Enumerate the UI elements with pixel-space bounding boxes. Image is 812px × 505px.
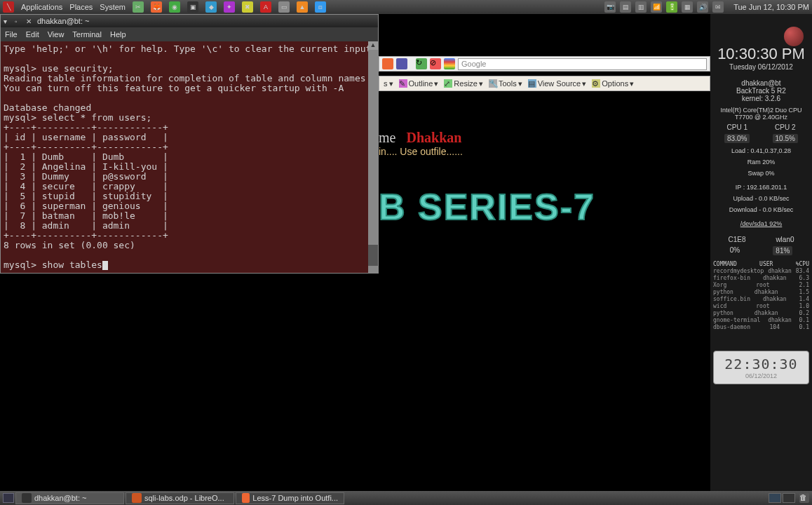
menu-applications[interactable]: Applications — [21, 3, 62, 11]
conky-cpu-model: Intel(R) Core(TM)2 Duo CPU T7700 @ 2.40G… — [713, 107, 809, 121]
window-close-icon[interactable]: ✕ — [26, 18, 33, 25]
app-icon-5[interactable]: ▭ — [278, 1, 290, 13]
reload-icon[interactable]: ↻ — [416, 58, 427, 69]
taskbar-terminal-label: dhakkan@bt: ~ — [34, 494, 86, 502]
workspace-switcher[interactable] — [769, 493, 795, 503]
addon-icon-1[interactable] — [382, 58, 393, 69]
term-menu-view[interactable]: View — [48, 30, 65, 39]
app-icon-2[interactable]: ◆ — [205, 1, 217, 13]
volume-icon[interactable]: 🔊 — [697, 1, 708, 13]
panel-clock[interactable]: Tue Jun 12, 10:30 PM — [733, 3, 809, 11]
conky-kernel: kernel: 3.2.6 — [713, 95, 809, 102]
window-menu-icon[interactable]: ▾ — [4, 18, 11, 25]
tray-icon-c[interactable]: ▦ — [682, 1, 693, 13]
process-row: pythondhakkan0.2 — [713, 310, 809, 317]
conky-ram: Ram 20% — [713, 159, 809, 166]
clock-date: 06/12/2012 — [718, 372, 804, 379]
conky-disk: /dev/sda1 92% — [713, 220, 809, 227]
conky-ip: IP : 192.168.201.1 — [713, 184, 809, 191]
terminal-cursor — [102, 261, 108, 270]
network-icon[interactable]: 📶 — [651, 1, 662, 13]
window-pin-icon[interactable]: ◦ — [15, 18, 22, 25]
conky-swap: Swap 0% — [713, 170, 809, 177]
show-desktop-icon[interactable] — [3, 493, 14, 503]
terminal-menubar: File Edit View Terminal Help — [1, 27, 378, 41]
terminal-window: ▾ ◦ ✕ dhakkan@bt: ~ File Edit View Termi… — [0, 14, 379, 274]
pdf-icon[interactable]: A — [260, 1, 271, 13]
browser-search-input[interactable]: Google — [458, 58, 707, 70]
terminal-body[interactable]: Type 'help;' or '\h' for help. Type '\c'… — [1, 41, 378, 273]
taskbar-libreoffice[interactable]: sqli-labs.odp - LibreO... — [126, 492, 234, 504]
process-row: recordmydesktopdhakkan83.4 — [713, 268, 809, 275]
tool-outline[interactable]: ✎Outline ▾ — [399, 79, 439, 88]
terminal-scrollbar[interactable]: ▲ — [368, 41, 378, 273]
desktop-clock: 22:30:30 06/12/2012 — [713, 351, 809, 384]
sphere-graphic — [784, 27, 804, 46]
conky-distro: BackTrack 5 R2 — [713, 87, 809, 95]
mail-icon[interactable]: ✉ — [712, 1, 724, 13]
top-panel: ╲ Applications Places System ✂ 🦊 ◉ ▣ ◆ ✦… — [0, 0, 812, 14]
vlc-icon[interactable]: ▲ — [297, 1, 308, 13]
tool-icon-1[interactable]: ✂ — [133, 1, 144, 13]
app-icon-3[interactable]: ✦ — [224, 1, 235, 13]
iface2-label: wlan0 — [776, 236, 794, 243]
tool-viewsource[interactable]: ▤View Source ▾ — [528, 79, 587, 88]
web-developer-toolbar: s ▾ ✎Outline ▾ ⤢Resize ▾ 🔧Tools ▾ ▤View … — [379, 76, 710, 91]
cpu2-label: CPU 2 — [775, 123, 795, 131]
workspace-2[interactable] — [783, 493, 795, 503]
process-row: firefox-bindhakkan6.3 — [713, 275, 809, 282]
term-menu-help[interactable]: Help — [110, 30, 126, 39]
taskbar-terminal[interactable]: dhakkan@bt: ~ — [15, 492, 124, 504]
tool-tools[interactable]: 🔧Tools ▾ — [489, 79, 522, 88]
tool-s[interactable]: s ▾ — [384, 79, 393, 88]
process-row: dbus-daemon1040.1 — [713, 324, 809, 331]
welcome-name: Dhakkan — [406, 130, 461, 145]
addon-icon-2[interactable] — [396, 58, 407, 69]
battery-icon[interactable]: 🔋 — [666, 1, 677, 13]
tray-icon-a[interactable]: ▤ — [620, 1, 631, 13]
camera-icon[interactable]: 📷 — [604, 1, 616, 13]
cpu2-pct: 10.5% — [773, 134, 798, 143]
conky-time: 10:30:30 PM — [713, 45, 809, 63]
conky-load: Load : 0.41,0.37,0.28 — [713, 147, 809, 154]
process-row: pythondhakkan1.5 — [713, 289, 809, 296]
term-menu-terminal[interactable]: Terminal — [72, 30, 102, 39]
terminal-titlebar[interactable]: ▾ ◦ ✕ dhakkan@bt: ~ — [1, 15, 378, 27]
browser-url-toolbar: ↻ ⊘ Google — [379, 56, 710, 72]
process-row: Xorgroot2.1 — [713, 282, 809, 289]
trash-icon[interactable]: 🗑 — [799, 493, 809, 503]
conky-panel: 10:30:30 PM Tuesday 06/12/2012 dhakkan@b… — [710, 14, 812, 491]
task-firefox-icon — [242, 493, 250, 503]
term-menu-file[interactable]: File — [5, 30, 18, 39]
stop-icon[interactable]: ⊘ — [430, 58, 441, 69]
distro-icon[interactable]: ╲ — [3, 1, 14, 13]
conky-host: dhakkan@bt — [713, 79, 809, 87]
tool-resize[interactable]: ⤢Resize ▾ — [444, 79, 483, 88]
conky-date: Tuesday 06/12/2012 — [713, 63, 809, 71]
tool-options[interactable]: ⚙Options ▾ — [592, 79, 634, 88]
chrome-icon[interactable]: ◉ — [169, 1, 180, 13]
app-icon-4[interactable]: ✖ — [242, 1, 253, 13]
conky-download: Download - 0.0 KB/sec — [713, 206, 809, 213]
workspace-1[interactable] — [769, 493, 781, 503]
webpage-content: me Dhakkan in.... Use outfile...... B SE… — [379, 91, 710, 491]
firefox-icon[interactable]: 🦊 — [151, 1, 162, 13]
iface1-pct: 0% — [730, 246, 740, 255]
term-menu-edit[interactable]: Edit — [26, 30, 39, 39]
tray-icon-b[interactable]: ▥ — [635, 1, 647, 13]
series-logo: B SERIES-7 — [379, 186, 595, 228]
google-g-icon[interactable] — [444, 58, 455, 69]
menu-system[interactable]: System — [100, 3, 126, 11]
terminal-icon[interactable]: ▣ — [187, 1, 198, 13]
taskbar-firefox[interactable]: Less-7 Dump into Outfi... — [236, 492, 344, 504]
scrollbar-thumb[interactable] — [368, 245, 378, 266]
dropbox-icon[interactable]: ⧈ — [315, 1, 326, 13]
scrollbar-up-icon[interactable]: ▲ — [368, 41, 378, 50]
clock-big: 22:30:30 — [718, 356, 804, 372]
task-terminal-icon — [22, 493, 32, 503]
menu-places[interactable]: Places — [69, 3, 93, 11]
lesson-subtitle: in.... Use outfile...... — [379, 146, 463, 157]
search-placeholder-text: Google — [461, 60, 486, 68]
task-impress-icon — [132, 493, 142, 503]
process-row: soffice.bindhakkan1.4 — [713, 296, 809, 303]
